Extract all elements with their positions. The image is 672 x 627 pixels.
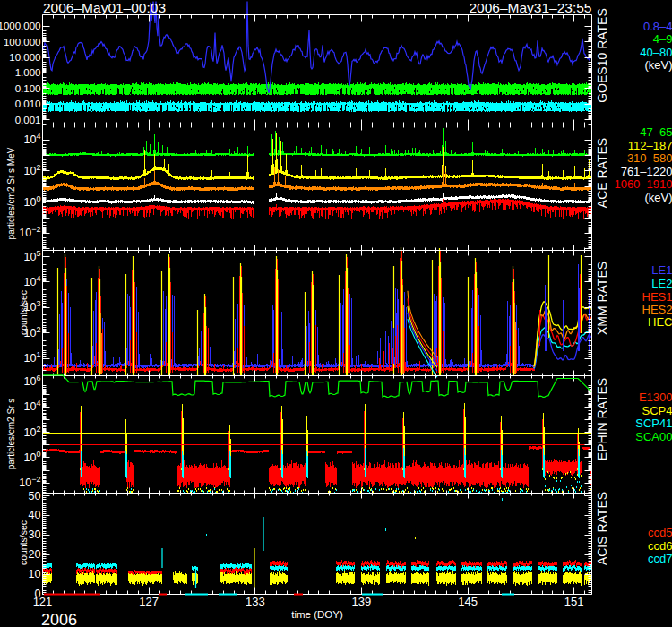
svg-text:133: 133 [246, 595, 265, 608]
svg-text:ACIS RATES: ACIS RATES [595, 492, 609, 565]
svg-text:127: 127 [139, 595, 159, 608]
svg-text:time (DOY): time (DOY) [291, 609, 343, 620]
svg-text:HES1: HES1 [642, 290, 672, 304]
svg-text:counts/sec: counts/sec [18, 520, 29, 565]
svg-text:100.000: 100.000 [4, 37, 41, 47]
svg-text:XMM RATES: XMM RATES [595, 262, 609, 335]
svg-text:particles/cm2 Sr s MeV: particles/cm2 Sr s MeV [6, 147, 16, 239]
svg-text:121: 121 [33, 595, 53, 608]
svg-text:SCP4: SCP4 [642, 404, 672, 417]
svg-text:2006–May01–00:03: 2006–May01–00:03 [43, 0, 166, 15]
svg-text:47–65: 47–65 [640, 125, 672, 139]
svg-text:0.010: 0.010 [15, 99, 41, 109]
svg-text:counts/sec: counts/sec [18, 290, 29, 335]
svg-text:HES2: HES2 [642, 303, 672, 316]
svg-text:4–9: 4–9 [653, 32, 672, 46]
svg-text:1060–1910: 1060–1910 [614, 177, 672, 191]
svg-text:SCP41: SCP41 [635, 417, 672, 430]
svg-text:139: 139 [352, 595, 372, 608]
svg-text:(keV): (keV) [644, 58, 672, 72]
svg-text:20: 20 [29, 548, 41, 561]
svg-text:151: 151 [564, 595, 584, 608]
svg-text:50: 50 [29, 490, 41, 502]
svg-text:30: 30 [29, 528, 41, 541]
svg-text:10.000: 10.000 [9, 52, 40, 63]
svg-text:ccd5: ccd5 [648, 526, 672, 539]
svg-text:GOES10 RATES: GOES10 RATES [595, 8, 609, 103]
svg-text:145: 145 [458, 595, 478, 608]
svg-text:ACE RATES: ACE RATES [595, 138, 609, 208]
svg-text:761–1220: 761–1220 [621, 165, 672, 178]
svg-text:2006–May31–23:55: 2006–May31–23:55 [469, 0, 591, 15]
svg-text:0.8–4: 0.8–4 [643, 20, 672, 33]
svg-text:112–187: 112–187 [628, 139, 672, 152]
svg-text:particles/cm2 Sr s: particles/cm2 Sr s [6, 399, 16, 469]
svg-text:1.000: 1.000 [15, 67, 41, 78]
svg-text:LE1: LE1 [651, 263, 672, 277]
svg-text:0.001: 0.001 [15, 115, 41, 125]
svg-text:10: 10 [29, 568, 41, 580]
svg-text:310–580: 310–580 [627, 151, 672, 165]
svg-text:0.100: 0.100 [15, 83, 41, 94]
svg-text:ccd7: ccd7 [648, 552, 672, 565]
svg-text:EPHIN RATES: EPHIN RATES [595, 378, 609, 460]
svg-text:(keV): (keV) [644, 191, 672, 204]
svg-text:E1300: E1300 [639, 391, 672, 404]
svg-text:40–80: 40–80 [640, 46, 672, 59]
svg-text:SCA00: SCA00 [635, 430, 672, 443]
svg-text:ccd6: ccd6 [648, 539, 672, 553]
svg-text:40: 40 [29, 509, 41, 521]
svg-text:HEC: HEC [648, 315, 672, 329]
svg-text:2006: 2006 [41, 611, 77, 627]
svg-text:LE2: LE2 [651, 277, 672, 290]
svg-text:1000.000: 1000.000 [0, 21, 41, 31]
